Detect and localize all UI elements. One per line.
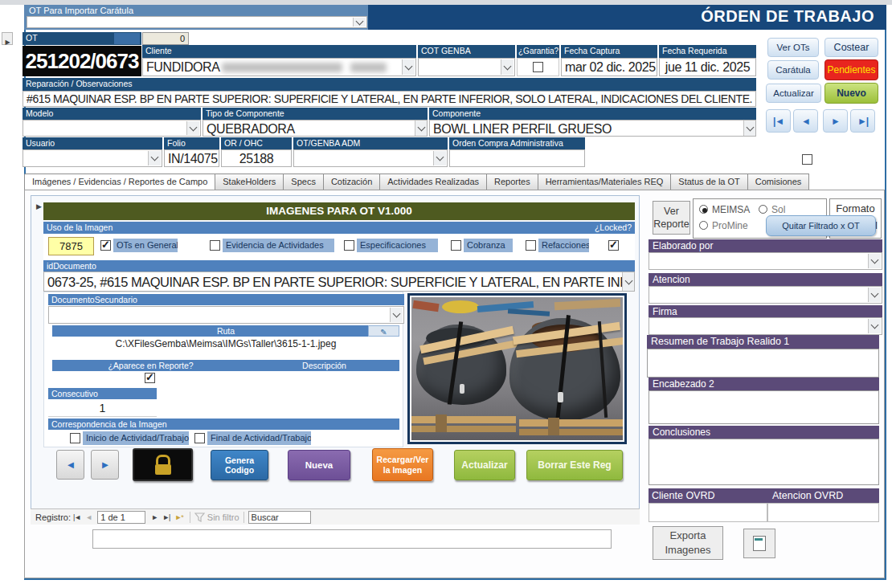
chevron-down-icon[interactable] <box>868 288 881 302</box>
radio-sol[interactable] <box>759 205 767 214</box>
modelo-combobox[interactable] <box>23 120 201 137</box>
tipo-componente-combobox[interactable]: QUEBRADORA <box>203 120 428 137</box>
encabezado-textarea[interactable] <box>649 390 879 424</box>
cliente-ovrd-field[interactable] <box>649 503 767 522</box>
chevron-down-icon[interactable] <box>868 319 881 333</box>
borrar-registro-button[interactable]: Borrar Este Reg <box>526 450 623 480</box>
ot-genba-adm-combobox[interactable] <box>293 149 448 167</box>
next-record-icon[interactable]: ► <box>151 513 158 521</box>
tab-herramientas[interactable]: Herramientas/Materiales REQ <box>538 174 672 190</box>
chevron-down-icon[interactable] <box>390 308 403 322</box>
genera-codigo-button[interactable]: Genera Codigo <box>211 450 268 480</box>
nuevo-button[interactable]: Nuevo <box>824 83 878 104</box>
final-actividad-checkbox[interactable] <box>194 433 205 443</box>
cot-genba-combobox[interactable] <box>418 58 515 76</box>
ruta-edit-button[interactable]: ✎ <box>368 325 399 337</box>
exporta-imagenes-button[interactable]: Exporta Imagenes <box>653 526 723 560</box>
componente-combobox[interactable]: BOWL LINER PERFIL GRUESO <box>429 120 756 137</box>
record-selector-box[interactable]: ▶ <box>2 32 13 45</box>
sin-filtro-label[interactable]: Sin filtro <box>207 512 239 522</box>
first-record-button[interactable]: |◄ <box>766 109 791 133</box>
tab-stakeholders[interactable]: StakeHolders <box>215 174 284 190</box>
usuario-combobox[interactable] <box>23 149 162 167</box>
radio-promine[interactable] <box>699 221 708 230</box>
doc-secundario-combobox[interactable] <box>48 306 404 324</box>
chevron-down-icon[interactable] <box>186 121 199 135</box>
nueva-button[interactable]: Nueva <box>288 450 350 480</box>
last-record-icon[interactable]: ►| <box>162 513 170 521</box>
aparece-checkbox[interactable] <box>145 373 155 383</box>
uso-refacciones-checkbox[interactable] <box>526 240 536 251</box>
orden-compra-field[interactable] <box>449 149 585 167</box>
image-prev-button[interactable]: ◄ <box>56 450 84 480</box>
caratula-button[interactable]: Carátula <box>767 60 819 80</box>
image-id-field[interactable]: 7875 <box>48 237 94 255</box>
actualizar-imagen-button[interactable]: Actualizar <box>454 450 515 480</box>
new-record-icon[interactable]: ►* <box>174 513 182 521</box>
ver-ots-button[interactable]: Ver OTs <box>767 38 819 57</box>
ver-reporte-button[interactable]: Ver Reporte <box>653 201 690 235</box>
report-page-button[interactable] <box>743 529 775 558</box>
resumen-textarea[interactable] <box>647 349 879 378</box>
actualizar-button[interactable]: Actualizar <box>766 84 821 103</box>
quitar-filtrado-button[interactable]: Quitar Filtrado x OT <box>766 215 876 236</box>
misc-checkbox[interactable] <box>802 154 812 165</box>
tab-comisiones[interactable]: Comisiones <box>748 174 809 190</box>
lock-button[interactable] <box>133 448 193 481</box>
conclusiones-textarea[interactable] <box>649 439 879 485</box>
chevron-down-icon[interactable] <box>743 120 755 136</box>
radio-meimsa[interactable] <box>699 205 708 214</box>
elaborado-combobox[interactable] <box>649 252 882 270</box>
prev-record-icon[interactable]: ◄ <box>85 513 92 521</box>
tab-specs[interactable]: Specs <box>284 174 324 190</box>
firma-combobox[interactable] <box>649 317 882 335</box>
record-position-box[interactable]: 1 de 1 <box>97 511 145 524</box>
tab-imagenes[interactable]: Imágenes / Evidencias / Reportes de Camp… <box>24 174 215 190</box>
import-caratula-combobox[interactable] <box>27 16 367 28</box>
next-record-button[interactable]: ► <box>823 109 848 133</box>
atencion-combobox[interactable] <box>649 286 882 304</box>
folio-field[interactable]: IN/14075 <box>164 149 219 167</box>
garantia-checkbox[interactable] <box>533 62 543 72</box>
tab-reportes[interactable]: Reportes <box>487 174 538 190</box>
uso-especificaciones-checkbox[interactable] <box>344 240 354 251</box>
chevron-down-icon[interactable] <box>622 272 634 291</box>
prev-record-button[interactable]: ◄ <box>793 109 818 133</box>
cliente-combobox[interactable]: FUNDIDORA <box>142 58 416 76</box>
recargar-ver-imagen-button[interactable]: Recargar/Ver la Imagen <box>372 448 433 481</box>
bottom-text-field[interactable] <box>92 529 612 549</box>
tab-actividades[interactable]: Actividades Realizadas <box>380 174 487 190</box>
consecutivo-value[interactable]: 1 <box>48 399 157 417</box>
fecha-requerida-value[interactable]: jue 11 dic. 2025 <box>659 58 756 76</box>
locked-checkbox[interactable] <box>608 240 619 251</box>
id-documento-combobox[interactable]: 0673-25, #615 MAQUINAR ESP. BP EN PARTE … <box>43 272 635 292</box>
reparacion-field[interactable]: #615 MAQUINAR ESP. BP EN PARTE SUPERIOR:… <box>23 91 756 107</box>
chevron-down-icon[interactable] <box>353 18 366 27</box>
border-bottom <box>24 578 886 580</box>
consecutivo-bar: Consecutivo <box>48 388 157 399</box>
chevron-down-icon[interactable] <box>402 59 415 75</box>
first-record-icon[interactable]: |◄ <box>73 513 80 521</box>
inicio-actividad-checkbox[interactable] <box>70 433 80 443</box>
chevron-down-icon[interactable] <box>501 59 514 75</box>
or-ohc-field[interactable]: 25188 <box>221 149 292 167</box>
uso-evidencia-checkbox[interactable] <box>210 240 220 251</box>
tab-status-ot[interactable]: Status de la OT <box>671 174 747 190</box>
last-record-button[interactable]: ►| <box>850 109 875 133</box>
uso-cobranza-checkbox[interactable] <box>451 240 461 251</box>
costear-button[interactable]: Costear <box>824 38 878 57</box>
image-next-button[interactable]: ► <box>91 450 119 480</box>
atencion-ovrd-field[interactable] <box>767 503 879 522</box>
ruta-value[interactable]: C:\XFilesGemba\Meimsa\IMGs\Taller\3615-1… <box>52 337 399 351</box>
ot-zero-field[interactable]: 0 <box>142 32 189 45</box>
fecha-captura-value[interactable]: mar 02 dic. 2025 <box>561 58 657 76</box>
chevron-down-icon[interactable] <box>433 151 446 165</box>
subform-record-selector-icon[interactable]: ▶ <box>36 202 41 210</box>
chevron-down-icon[interactable] <box>148 151 161 165</box>
uso-ots-general-checkbox[interactable] <box>100 240 111 251</box>
chevron-down-icon[interactable] <box>415 120 427 136</box>
search-input[interactable]: Buscar <box>248 511 311 524</box>
pendientes-button[interactable]: Pendientes <box>824 59 878 80</box>
tab-cotizacion[interactable]: Cotización <box>324 174 380 190</box>
chevron-down-icon[interactable] <box>868 254 881 268</box>
